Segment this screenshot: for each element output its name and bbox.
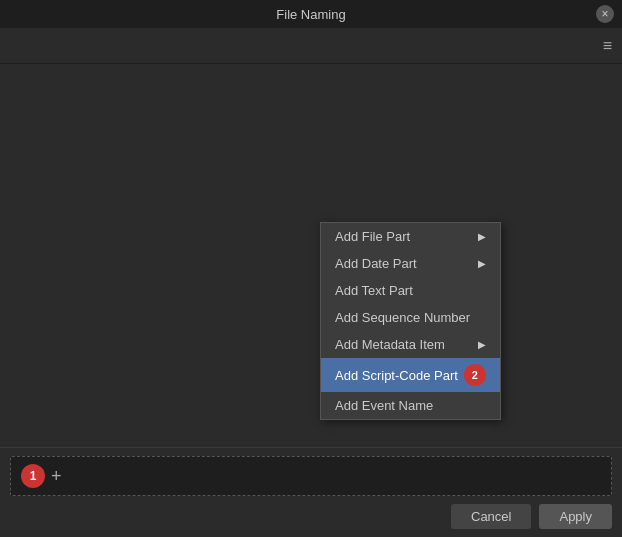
bottom-bar: 1 + Cancel Apply — [0, 447, 622, 537]
arrow-icon: ▶ — [478, 258, 486, 269]
context-menu-item-add-event-name[interactable]: Add Event Name — [321, 392, 500, 419]
toolbar: ≡ — [0, 28, 622, 64]
arrow-icon: ▶ — [478, 339, 486, 350]
context-menu-item-add-script-code-part[interactable]: Add Script-Code Part 2 — [321, 358, 500, 392]
context-menu-item-add-file-part[interactable]: Add File Part ▶ — [321, 223, 500, 250]
plus-icon: + — [51, 466, 62, 487]
window-title: File Naming — [276, 7, 345, 22]
menu-icon[interactable]: ≡ — [603, 37, 612, 55]
title-bar: File Naming × — [0, 0, 622, 28]
file-naming-window: File Naming × ≡ Add File Part ▶ Add Date… — [0, 0, 622, 537]
badge-1: 1 — [21, 464, 45, 488]
arrow-icon: ▶ — [478, 231, 486, 242]
context-menu-item-add-sequence-number[interactable]: Add Sequence Number — [321, 304, 500, 331]
context-menu-item-add-metadata-item[interactable]: Add Metadata Item ▶ — [321, 331, 500, 358]
filename-input-area[interactable]: 1 + — [10, 456, 612, 496]
apply-button[interactable]: Apply — [539, 504, 612, 529]
context-menu-item-add-text-part[interactable]: Add Text Part — [321, 277, 500, 304]
close-button[interactable]: × — [596, 5, 614, 23]
context-menu: Add File Part ▶ Add Date Part ▶ Add Text… — [320, 222, 501, 420]
context-menu-item-add-date-part[interactable]: Add Date Part ▶ — [321, 250, 500, 277]
footer-buttons: Cancel Apply — [10, 504, 612, 529]
cancel-button[interactable]: Cancel — [451, 504, 531, 529]
badge-2: 2 — [464, 364, 486, 386]
main-area: Add File Part ▶ Add Date Part ▶ Add Text… — [0, 64, 622, 447]
